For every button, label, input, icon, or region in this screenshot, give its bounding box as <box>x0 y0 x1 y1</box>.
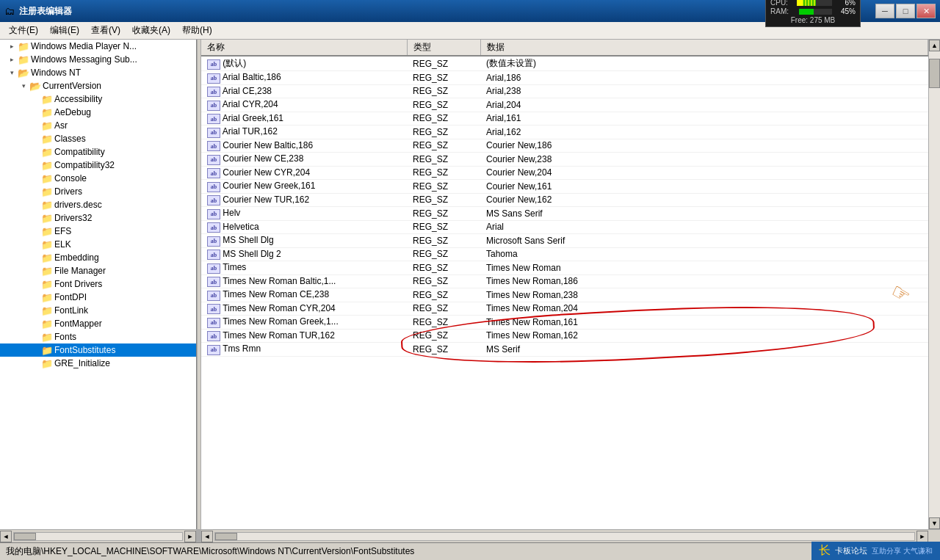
table-row[interactable]: ab Times REG_SZ Times New Roman <box>201 261 928 275</box>
tree-expander[interactable] <box>29 159 41 171</box>
col-header-type[interactable]: 类型 <box>407 40 480 56</box>
left-scroll-thumb[interactable] <box>14 533 36 540</box>
table-row[interactable]: ab Courier New Baltic,186 REG_SZ Courier… <box>201 139 928 153</box>
table-row[interactable]: ab Arial CYR,204 REG_SZ Arial,204 <box>201 98 928 112</box>
left-scroll-left-btn[interactable]: ◄ <box>0 531 12 542</box>
tree-item[interactable]: 📁 Asr <box>0 119 196 132</box>
tree-expander[interactable] <box>29 344 41 356</box>
tree-item[interactable]: ▸ 📁 Windows Messaging Sub... <box>0 53 196 66</box>
tree-expander[interactable]: ▾ <box>6 67 18 79</box>
maximize-button[interactable]: □ <box>896 4 915 18</box>
close-button[interactable]: ✕ <box>916 4 936 18</box>
tree-item[interactable]: 📁 Embedding <box>0 251 196 264</box>
table-row[interactable]: ab Helv REG_SZ MS Sans Serif <box>201 207 928 221</box>
tree-expander[interactable] <box>29 186 41 197</box>
vscroll-track[interactable] <box>929 51 940 517</box>
tree-expander[interactable] <box>29 305 41 316</box>
tree-expander[interactable]: ▾ <box>18 80 29 92</box>
tree-expander[interactable] <box>29 133 41 145</box>
tree-expander[interactable] <box>29 278 41 290</box>
tree-scroll-area[interactable]: ▸ 📁 Windows Media Player N... ▸ 📁 Window… <box>0 40 196 529</box>
tree-expander[interactable] <box>29 291 41 303</box>
right-scroll-track[interactable] <box>214 532 915 541</box>
tree-item[interactable]: 📁 Classes <box>0 132 196 145</box>
right-scroll-right-btn[interactable]: ► <box>916 531 928 542</box>
tree-expander[interactable]: ▸ <box>6 40 18 52</box>
tree-expander[interactable] <box>29 120 41 131</box>
left-scroll-right-btn[interactable]: ► <box>184 531 196 542</box>
tree-item[interactable]: ▸ 📁 Windows Media Player N... <box>0 40 196 53</box>
vscroll-down-btn[interactable]: ▼ <box>929 517 940 529</box>
right-scroll-thumb[interactable] <box>215 533 237 540</box>
table-row[interactable]: ab Courier New CE,238 REG_SZ Courier New… <box>201 153 928 167</box>
left-hscroll[interactable]: ◄ ► <box>0 530 197 542</box>
tree-expander[interactable] <box>29 93 41 105</box>
right-hscroll[interactable]: ◄ ► <box>201 530 928 542</box>
table-row[interactable]: ab Courier New Greek,161 REG_SZ Courier … <box>201 180 928 194</box>
vscroll-up-btn[interactable]: ▲ <box>929 40 940 51</box>
tree-expander[interactable] <box>29 318 41 330</box>
table-row[interactable]: ab Times New Roman Baltic,1... REG_SZ Ti… <box>201 274 928 288</box>
tree-item[interactable]: 📁 FontDPI <box>0 291 196 304</box>
table-row[interactable]: ab Times New Roman CE,238 REG_SZ Times N… <box>201 288 928 302</box>
tree-item[interactable]: 📁 Fonts <box>0 330 196 343</box>
tree-item[interactable]: 📁 AeDebug <box>0 106 196 119</box>
tree-expander[interactable] <box>29 106 41 118</box>
table-row[interactable]: ab Tms Rmn REG_SZ MS Serif <box>201 343 928 357</box>
table-row[interactable]: ab Courier New TUR,162 REG_SZ Courier Ne… <box>201 193 928 207</box>
menu-view[interactable]: 查看(V) <box>85 23 126 38</box>
table-row[interactable]: ab Times New Roman CYR,204 REG_SZ Times … <box>201 302 928 316</box>
tree-item[interactable]: ▾ 📂 CurrentVersion <box>0 79 196 92</box>
table-row[interactable]: ab Arial Baltic,186 REG_SZ Arial,186 <box>201 71 928 85</box>
menu-file[interactable]: 文件(E) <box>3 23 44 38</box>
tree-expander[interactable] <box>29 252 41 263</box>
tree-expander[interactable]: ▸ <box>6 54 18 65</box>
table-row[interactable]: ab MS Shell Dlg 2 REG_SZ Tahoma <box>201 247 928 261</box>
tree-expander[interactable] <box>29 357 41 369</box>
tree-item[interactable]: 📁 Compatibility32 <box>0 159 196 172</box>
table-row[interactable]: ab Arial CE,238 REG_SZ Arial,238 <box>201 84 928 98</box>
tree-item[interactable]: 📁 Drivers32 <box>0 211 196 225</box>
table-row[interactable]: ab Helvetica REG_SZ Arial <box>201 220 928 234</box>
left-scroll-track[interactable] <box>13 532 183 541</box>
tree-item[interactable]: 📁 drivers.desc <box>0 198 196 211</box>
registry-table[interactable]: 名称 类型 数据 ab (默认) REG_SZ (数值未设置) ab Arial… <box>201 40 928 529</box>
minimize-button[interactable]: ─ <box>875 4 894 18</box>
tree-item[interactable]: ▾ 📂 Windows NT <box>0 66 196 79</box>
right-vscrollbar[interactable]: ▲ ▼ <box>928 40 940 529</box>
menu-help[interactable]: 帮助(H) <box>176 23 218 38</box>
col-header-data[interactable]: 数据 <box>480 40 928 56</box>
table-row[interactable]: ab Times New Roman Greek,1... REG_SZ Tim… <box>201 316 928 330</box>
tree-item[interactable]: 📁 Compatibility <box>0 145 196 159</box>
tree-expander[interactable] <box>29 172 41 184</box>
tree-item[interactable]: 📁 Drivers <box>0 185 196 198</box>
tree-expander[interactable] <box>29 331 41 343</box>
menu-edit[interactable]: 编辑(E) <box>44 23 85 38</box>
tree-expander[interactable] <box>29 239 41 250</box>
tree-item[interactable]: 📁 EFS <box>0 225 196 238</box>
table-row[interactable]: ab (默认) REG_SZ (数值未设置) <box>201 56 928 71</box>
tree-item[interactable]: 📁 GRE_Initialize <box>0 357 196 370</box>
menu-favorites[interactable]: 收藏夹(A) <box>126 23 176 38</box>
tree-expander[interactable] <box>29 146 41 158</box>
table-row[interactable]: ab Arial TUR,162 REG_SZ Arial,162 <box>201 126 928 139</box>
table-row[interactable]: ab Courier New CYR,204 REG_SZ Courier Ne… <box>201 166 928 180</box>
tree-item[interactable]: 📁 Font Drivers <box>0 277 196 291</box>
tree-item[interactable]: 📁 Console <box>0 172 196 185</box>
table-row[interactable]: ab Times New Roman TUR,162 REG_SZ Times … <box>201 329 928 343</box>
vscroll-thumb[interactable] <box>929 59 940 88</box>
right-scroll-left-btn[interactable]: ◄ <box>201 531 213 542</box>
tree-item[interactable]: 📁 File Manager <box>0 264 196 277</box>
tree-expander[interactable] <box>29 265 41 277</box>
table-row[interactable]: ab Arial Greek,161 REG_SZ Arial,161 <box>201 112 928 126</box>
tree-item[interactable]: 📁 FontLink <box>0 304 196 317</box>
table-row[interactable]: ab MS Shell Dlg REG_SZ Microsoft Sans Se… <box>201 234 928 248</box>
tree-expander[interactable] <box>29 199 41 211</box>
col-header-name[interactable]: 名称 <box>201 40 407 56</box>
tree-item[interactable]: 📁 Accessibility <box>0 92 196 106</box>
tree-item[interactable]: 📁 FontMapper <box>0 317 196 330</box>
tree-item[interactable]: 📁 ELK <box>0 238 196 251</box>
tree-expander[interactable] <box>29 212 41 224</box>
tree-item[interactable]: 📁 FontSubstitutes <box>0 343 196 357</box>
tree-expander[interactable] <box>29 225 41 237</box>
